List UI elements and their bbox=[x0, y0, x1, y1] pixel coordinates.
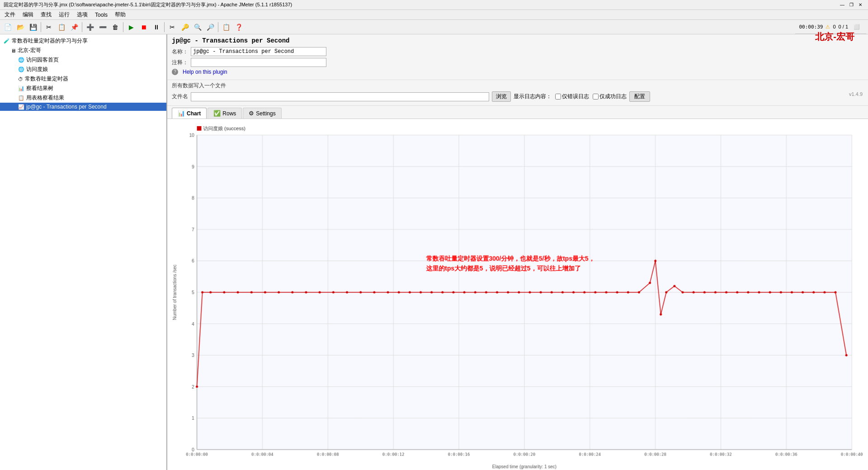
filename-input[interactable] bbox=[191, 92, 489, 101]
table-button[interactable]: 📋 bbox=[220, 21, 232, 33]
tab-label-chart: Chart bbox=[187, 110, 201, 117]
clear-button[interactable]: 🗑 bbox=[109, 21, 121, 33]
tab-rows[interactable]: ✅ Rows bbox=[208, 108, 242, 119]
window-controls: — ❐ ✕ bbox=[838, 1, 864, 9]
cut-button[interactable]: ✂ bbox=[43, 21, 55, 33]
comment-input[interactable] bbox=[191, 58, 326, 67]
config-button[interactable]: 配置 bbox=[629, 91, 650, 102]
shears-button[interactable]: ✂ bbox=[166, 21, 178, 33]
filename-label: 文件名 bbox=[172, 93, 188, 100]
menubar: 文件编辑查找运行选项Tools帮助 bbox=[0, 10, 868, 20]
toolbar-sep-2 bbox=[82, 22, 82, 32]
remove-button[interactable]: ➖ bbox=[97, 21, 108, 33]
tree-item-table-result[interactable]: 📋用表格察看结果 bbox=[0, 93, 166, 103]
log-success-checkbox[interactable] bbox=[593, 94, 599, 100]
tree-item-beijing[interactable]: 🖥北京-宏哥 bbox=[0, 46, 166, 55]
tab-label-rows: Rows bbox=[222, 110, 236, 117]
comment-row: 注释： bbox=[172, 58, 863, 67]
tab-icon-chart: 📊 bbox=[178, 110, 185, 117]
menu-item-运行[interactable]: 运行 bbox=[55, 10, 73, 19]
window-title: 固定定时器的学习与分享.jmx (D:\software\apache-jmet… bbox=[4, 1, 838, 8]
help-button[interactable]: ❓ bbox=[233, 21, 245, 33]
log-error-checkbox[interactable] bbox=[555, 94, 561, 100]
toolbar-sep-4 bbox=[164, 22, 165, 32]
log-success-label[interactable]: 仅成功日志 bbox=[593, 93, 627, 100]
right-panel: 北京-宏哥 jp@gc - Transactions per Second 名称… bbox=[167, 34, 868, 470]
menu-item-帮助[interactable]: 帮助 bbox=[111, 10, 129, 19]
file-section: 所有数据写入一个文件 文件名 浏览 显示日志内容： 仅错误日志 仅成功日志 bbox=[167, 80, 868, 106]
tree-item-timer[interactable]: ⏱常数吞吐量定时器 bbox=[0, 74, 166, 84]
right-header: jp@gc - Transactions per Second 名称： 注释： … bbox=[167, 34, 868, 80]
help-link[interactable]: Help on this plugin bbox=[183, 69, 227, 75]
version-label: v1.4.9 bbox=[849, 91, 863, 97]
all-data-label: 所有数据写入一个文件 bbox=[172, 82, 226, 90]
pause-button[interactable]: ⏸ bbox=[151, 21, 162, 33]
toolbar-sep-1 bbox=[41, 22, 41, 32]
open-button[interactable]: 📂 bbox=[14, 21, 26, 33]
all-data-row: 所有数据写入一个文件 bbox=[172, 82, 863, 90]
left-panel: 🧪常数吞吐量定时器的学习与分享🖥北京-宏哥🌐访问园客首页🌐访问度娘⏱常数吞吐量定… bbox=[0, 34, 167, 470]
tree-item-root[interactable]: 🧪常数吞吐量定时器的学习与分享 bbox=[0, 36, 166, 46]
tree-item-result-tree[interactable]: 📊察看结果树 bbox=[0, 84, 166, 93]
tab-settings[interactable]: ⚙ Settings bbox=[243, 108, 281, 119]
tree-item-visit[interactable]: 🌐访问度娘 bbox=[0, 65, 166, 74]
tab-icon-rows: ✅ bbox=[213, 110, 221, 117]
log-display-label: 显示日志内容： bbox=[514, 93, 552, 100]
tps-chart bbox=[170, 122, 865, 470]
tab-icon-settings: ⚙ bbox=[249, 110, 254, 117]
log-error-label[interactable]: 仅错误日志 bbox=[555, 93, 589, 100]
save-button[interactable]: 💾 bbox=[27, 21, 39, 33]
warning-icon: ⚠ bbox=[826, 24, 830, 30]
restore-button[interactable]: ❐ bbox=[847, 1, 855, 9]
copy-button[interactable]: 📋 bbox=[56, 21, 67, 33]
tab-label-settings: Settings bbox=[256, 110, 275, 117]
help-icon: ? bbox=[172, 69, 178, 75]
comment-label: 注释： bbox=[172, 59, 188, 66]
tree-item-homepage[interactable]: 🌐访问园客首页 bbox=[0, 55, 166, 65]
stop-button[interactable]: ⏹ bbox=[138, 21, 150, 33]
main-layout: 🧪常数吞吐量定时器的学习与分享🖥北京-宏哥🌐访问园客首页🌐访问度娘⏱常数吞吐量定… bbox=[0, 34, 868, 470]
minimize-button[interactable]: — bbox=[838, 1, 846, 9]
paste-button[interactable]: 📌 bbox=[68, 21, 80, 33]
menu-item-编辑[interactable]: 编辑 bbox=[19, 10, 37, 19]
tab-chart[interactable]: 📊 Chart bbox=[172, 108, 207, 119]
menu-item-Tools[interactable]: Tools bbox=[91, 11, 111, 19]
warning-count: 0 bbox=[833, 24, 835, 29]
key-button[interactable]: 🔑 bbox=[179, 21, 191, 33]
menu-item-选项[interactable]: 选项 bbox=[73, 10, 91, 19]
start-button[interactable]: ▶ bbox=[125, 21, 137, 33]
search2-button[interactable]: 🔎 bbox=[204, 21, 216, 33]
titlebar: 固定定时器的学习与分享.jmx (D:\software\apache-jmet… bbox=[0, 0, 868, 10]
new-button[interactable]: 📄 bbox=[2, 21, 14, 33]
tree-item-tps[interactable]: 📈jp@gc - Transactions per Second bbox=[0, 103, 166, 111]
menu-item-文件[interactable]: 文件 bbox=[1, 10, 19, 19]
toolbar-sep-3 bbox=[123, 22, 123, 32]
name-label: 名称： bbox=[172, 48, 188, 56]
elapsed-time: 00:00:39 bbox=[799, 24, 823, 30]
close-button[interactable]: ✕ bbox=[856, 1, 864, 9]
add-button[interactable]: ➕ bbox=[84, 21, 96, 33]
browse-button[interactable]: 浏览 bbox=[492, 91, 511, 102]
menu-item-查找[interactable]: 查找 bbox=[37, 10, 55, 19]
tabs-bar: 📊 Chart✅ Rows⚙ Settings bbox=[167, 106, 868, 119]
toolbar: 📄 📂 💾 ✂ 📋 📌 ➕ ➖ 🗑 ▶ ⏹ ⏸ ✂ 🔑 🔍 🔎 📋 ❓ 00:0… bbox=[0, 20, 868, 34]
name-input[interactable] bbox=[191, 47, 326, 56]
panel-title: jp@gc - Transactions per Second bbox=[172, 37, 863, 44]
error-info: 0 / 1 bbox=[839, 24, 848, 29]
search-button[interactable]: 🔍 bbox=[192, 21, 203, 33]
log-options: 显示日志内容： 仅错误日志 仅成功日志 bbox=[514, 93, 627, 100]
brand-title: 北京-宏哥 bbox=[815, 34, 854, 43]
filename-row: 文件名 浏览 显示日志内容： 仅错误日志 仅成功日志 配置 bbox=[172, 91, 863, 102]
toolbar-sep-5 bbox=[218, 22, 218, 32]
help-row: ? Help on this plugin bbox=[172, 69, 863, 75]
chart-area bbox=[167, 119, 868, 470]
name-row: 名称： bbox=[172, 47, 863, 56]
